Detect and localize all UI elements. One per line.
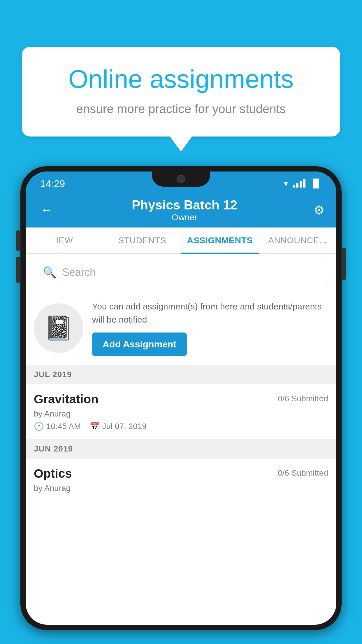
header-title: Physics Batch 12 — [132, 198, 237, 212]
volume-up-button — [16, 230, 20, 251]
volume-down-button — [16, 257, 20, 283]
speech-bubble-container: Online assignments ensure more practice … — [22, 47, 340, 136]
month-separator-jun: JUN 2019 — [26, 440, 336, 459]
info-card: 📓 You can add assignment(s) from here an… — [26, 291, 336, 365]
info-text-area: You can add assignment(s) from here and … — [92, 300, 328, 356]
assignment-by: by Anurag — [34, 409, 328, 419]
header-subtitle: Owner — [132, 212, 237, 222]
clock-icon: 🕐 — [34, 421, 44, 431]
app-header: ← Physics Batch 12 Owner ⚙ — [26, 192, 336, 228]
calendar-icon: 📅 — [89, 421, 100, 431]
add-assignment-button[interactable]: Add Assignment — [92, 332, 187, 356]
wifi-icon: ▾ — [284, 179, 288, 188]
tabs-bar: IEW STUDENTS ASSIGNMENTS ANNOUNCE... — [26, 228, 336, 254]
search-icon: 🔍 — [43, 266, 57, 279]
assignment-header: Gravitation 0/6 Submitted — [34, 392, 328, 406]
assignment-item-optics[interactable]: Optics 0/6 Submitted by Anurag — [26, 459, 336, 501]
phone-mockup: 14:29 ▾ ▐▌ ← Physics Batch 12 — [20, 166, 342, 644]
speech-bubble: Online assignments ensure more practice … — [22, 47, 340, 136]
notebook-icon-wrap: 📓 — [34, 303, 83, 353]
back-button[interactable]: ← — [37, 200, 55, 220]
status-time: 14:29 — [40, 178, 65, 189]
info-description: You can add assignment(s) from here and … — [92, 300, 328, 326]
search-container: 🔍 Search — [26, 254, 336, 291]
battery-icon: ▐▌ — [310, 179, 322, 188]
phone-outer: 14:29 ▾ ▐▌ ← Physics Batch 12 — [20, 166, 342, 630]
search-placeholder: Search — [62, 266, 96, 279]
tab-assignments[interactable]: ASSIGNMENTS — [181, 228, 259, 253]
assignment-submitted: 0/6 Submitted — [278, 394, 328, 403]
assignment-date: 📅 Jul 07, 2019 — [89, 421, 147, 431]
power-button — [342, 248, 346, 280]
assignment-time: 🕐 10:45 AM — [34, 421, 81, 431]
header-title-group: Physics Batch 12 Owner — [132, 198, 237, 222]
assignment-dates: 🕐 10:45 AM 📅 Jul 07, 2019 — [34, 421, 328, 431]
tab-iew[interactable]: IEW — [26, 228, 103, 253]
tab-students[interactable]: STUDENTS — [103, 228, 181, 253]
assignment-by-optics: by Anurag — [34, 484, 328, 493]
assignment-name-optics: Optics — [34, 467, 72, 481]
assignment-name: Gravitation — [34, 392, 99, 406]
signal-icon — [293, 179, 305, 188]
front-camera — [177, 175, 185, 183]
speech-bubble-subtitle: ensure more practice for your students — [42, 102, 320, 116]
tab-announcements[interactable]: ANNOUNCE... — [259, 228, 337, 253]
phone-notch — [152, 172, 210, 187]
status-icons: ▾ ▐▌ — [284, 179, 322, 188]
notebook-icon: 📓 — [44, 314, 73, 342]
month-separator-jul: JUL 2019 — [26, 365, 336, 384]
search-bar[interactable]: 🔍 Search — [34, 261, 328, 284]
assignment-item-gravitation[interactable]: Gravitation 0/6 Submitted by Anurag 🕐 10… — [26, 384, 336, 440]
assignment-header-optics: Optics 0/6 Submitted — [34, 467, 328, 481]
phone-screen: 14:29 ▾ ▐▌ ← Physics Batch 12 — [26, 172, 336, 625]
speech-bubble-title: Online assignments — [42, 64, 320, 94]
assignment-submitted-optics: 0/6 Submitted — [278, 468, 328, 478]
settings-button[interactable]: ⚙ — [314, 203, 325, 217]
